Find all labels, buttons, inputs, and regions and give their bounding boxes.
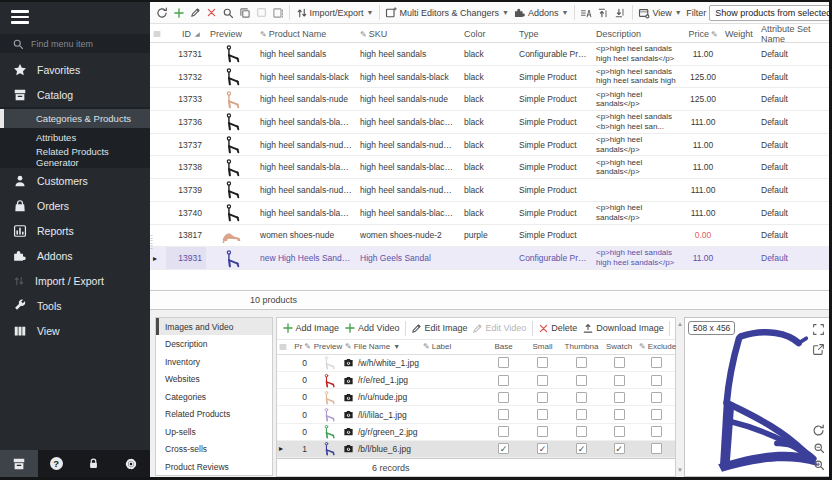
column-chooser[interactable] <box>150 30 166 38</box>
sidebar-help-button[interactable]: ? <box>38 450 76 477</box>
scrollbar[interactable]: ▲▼ <box>676 317 684 477</box>
text-size-button[interactable] <box>578 5 595 21</box>
maximize-icon[interactable] <box>812 323 825 336</box>
column-header-id[interactable]: ID <box>166 29 206 39</box>
sidebar-bottom-catalog-button[interactable] <box>0 450 38 477</box>
paste-button[interactable] <box>269 5 286 21</box>
thumbnail-checkbox[interactable] <box>576 357 587 368</box>
checkbox-blank-button[interactable] <box>253 5 269 20</box>
sidebar-subitem-related-products-generator[interactable]: Related Products Generator <box>0 147 150 166</box>
table-row[interactable]: 13817women shoes-nudewomen shoes-nude-2p… <box>150 225 829 248</box>
zoom-out-icon[interactable] <box>812 442 825 454</box>
base-checkbox[interactable] <box>498 357 509 368</box>
sidebar-item-addons[interactable]: Addons <box>0 243 150 268</box>
tab-related-products[interactable]: Related Products <box>156 405 272 423</box>
move-bottom-button[interactable] <box>612 5 629 21</box>
add-image-button[interactable]: Add Image <box>279 320 342 336</box>
delete-product-button[interactable] <box>203 5 219 20</box>
table-row[interactable]: 13739 high heel sandals-nude-37high heel… <box>150 179 829 202</box>
sidebar-item-view[interactable]: View <box>0 318 150 343</box>
zoom-in-icon[interactable] <box>812 459 825 471</box>
rotate-icon[interactable] <box>812 424 825 437</box>
column-header-sku[interactable]: ✎SKU <box>356 29 460 39</box>
swatch-checkbox[interactable] <box>614 426 625 437</box>
thumbnail-checkbox[interactable] <box>576 375 587 386</box>
column-chooser[interactable] <box>277 343 287 351</box>
column-header-type[interactable]: Type <box>515 29 592 39</box>
base-checkbox[interactable] <box>498 392 509 403</box>
table-row[interactable]: 13737 high heel sandals-nude-36high heel… <box>150 134 829 157</box>
sidebar-item-reports[interactable]: Reports <box>0 218 150 243</box>
addons-menu[interactable]: Addons▼ <box>511 5 570 21</box>
sidebar-subitem-categories-products[interactable]: Categories & Products <box>0 109 150 128</box>
small-checkbox[interactable] <box>537 392 548 403</box>
tab-up-sells[interactable]: Up-sells <box>156 423 272 441</box>
column-header-preview[interactable]: Preview <box>206 29 256 39</box>
small-checkbox[interactable] <box>537 409 548 420</box>
column-header-exclude[interactable]: ✎Exclude <box>637 342 678 351</box>
sidebar-lock-button[interactable] <box>75 450 113 477</box>
move-top-button[interactable] <box>595 5 612 21</box>
column-header-description[interactable]: Description <box>592 29 685 39</box>
swatch-checkbox[interactable]: ✓ <box>614 443 625 454</box>
edit-product-button[interactable] <box>187 5 203 20</box>
image-row[interactable]: 0 /w/h/white_1.jpg <box>277 355 675 372</box>
small-checkbox[interactable] <box>537 357 548 368</box>
swatch-checkbox[interactable] <box>614 392 625 403</box>
tab-inventory[interactable]: Inventory <box>156 353 272 371</box>
column-header-preview[interactable]: Preview <box>313 342 343 351</box>
search-products-button[interactable] <box>219 5 236 21</box>
copy-button[interactable] <box>236 5 253 21</box>
table-row[interactable]: 13740 high heel sandals-black-38high hee… <box>150 202 829 225</box>
exclude-checkbox[interactable] <box>651 357 662 368</box>
exclude-checkbox[interactable] <box>651 443 662 454</box>
pane-splitter-handle[interactable]: :::::: <box>150 234 156 249</box>
delete-image-button[interactable]: Delete <box>536 321 580 336</box>
small-checkbox[interactable] <box>537 426 548 437</box>
edit-image-button[interactable]: Edit Image <box>409 321 470 336</box>
image-row[interactable]: 0 /n/u/nude.jpg <box>277 389 675 406</box>
sidebar-item-catalog[interactable]: Catalog <box>0 82 150 107</box>
open-external-icon[interactable] <box>812 343 825 356</box>
base-checkbox[interactable] <box>498 426 509 437</box>
menu-toggle-button[interactable] <box>0 2 150 32</box>
column-header-attribute-set[interactable]: Attribute Set Name <box>757 24 829 44</box>
exclude-checkbox[interactable] <box>651 409 662 420</box>
sidebar-subitem-attributes[interactable]: Attributes <box>0 128 150 147</box>
image-row[interactable]: 0 /g/r/green_2.jpg <box>277 424 675 441</box>
sidebar-item-customers[interactable]: Customers <box>0 168 150 193</box>
tab-cross-sells[interactable]: Cross-sells <box>156 440 272 458</box>
small-checkbox[interactable] <box>537 375 548 386</box>
column-header-label[interactable]: ✎Label <box>421 342 484 351</box>
sidebar-item-favorites[interactable]: Favorites <box>0 57 150 82</box>
tab-product-reviews[interactable]: Product Reviews <box>156 458 272 476</box>
table-row[interactable]: 13733 high heel sandals-nudehigh heel sa… <box>150 88 829 111</box>
import-export-menu[interactable]: Import/Export▼ <box>293 5 376 21</box>
thumbnail-checkbox[interactable]: ✓ <box>576 443 587 454</box>
add-video-button[interactable]: Add Video <box>342 320 402 336</box>
swatch-checkbox[interactable] <box>614 357 625 368</box>
view-menu[interactable]: View▼ <box>636 5 684 21</box>
column-header-weight[interactable]: Weight <box>721 29 757 39</box>
column-header-color[interactable]: Color <box>460 29 515 39</box>
table-row[interactable]: 13738 high heel sandals-black-37high hee… <box>150 156 829 179</box>
column-header-price[interactable]: Price✎ <box>685 29 721 39</box>
table-row[interactable]: 13731 high heel sandalshigh heel sandals… <box>150 43 829 66</box>
column-header-product-name[interactable]: ✎Product Name <box>256 29 356 39</box>
sidebar-item-tools[interactable]: Tools <box>0 293 150 318</box>
column-header-swatch[interactable]: Swatch <box>601 342 637 351</box>
table-row[interactable]: 13736 high heel sandals-black-36high hee… <box>150 111 829 134</box>
base-checkbox[interactable] <box>498 375 509 386</box>
base-checkbox[interactable] <box>498 409 509 420</box>
menu-search-input[interactable] <box>31 39 131 49</box>
column-header-thumbnail[interactable]: Thumbna <box>562 342 601 351</box>
tab-images-and-video[interactable]: Images and Video <box>156 318 272 336</box>
column-header-base[interactable]: Base <box>484 342 523 351</box>
download-image-button[interactable]: Download Image <box>580 320 667 336</box>
swatch-checkbox[interactable] <box>614 409 625 420</box>
edit-video-button[interactable]: Edit Video <box>470 321 529 336</box>
exclude-checkbox[interactable] <box>651 375 662 386</box>
tab-websites[interactable]: Websites <box>156 370 272 388</box>
tab-description[interactable]: Description <box>156 335 272 353</box>
thumbnail-checkbox[interactable] <box>576 409 587 420</box>
